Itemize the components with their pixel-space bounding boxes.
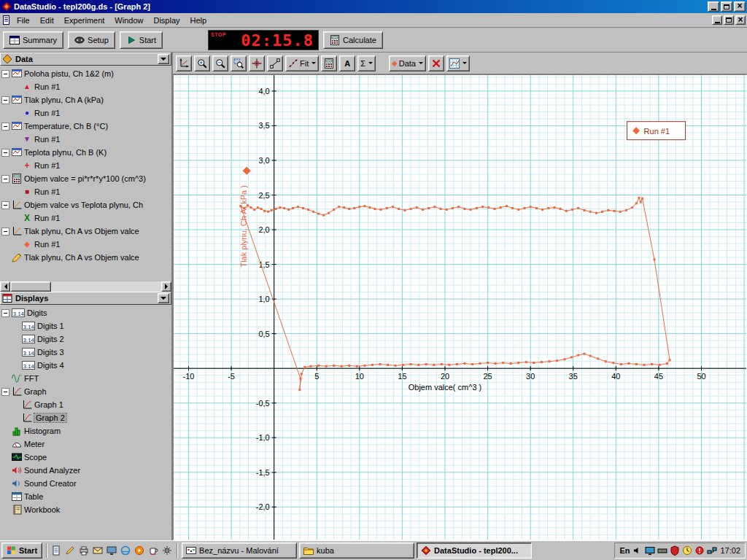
language-indicator[interactable]: En [619,546,630,555]
collapse-toggle[interactable] [1,149,9,157]
calculate-button[interactable]: Calculate [323,31,383,49]
zoom-select-button[interactable] [231,55,247,71]
collapse-toggle[interactable] [1,175,9,183]
zoom-out-button[interactable] [212,55,228,71]
media-player-icon[interactable] [134,545,145,556]
collapse-toggle[interactable] [1,228,9,236]
display-item-sound-analyzer[interactable]: Sound Analyzer [0,464,171,477]
data-select-button[interactable]: ◆Data [389,55,426,71]
chart[interactable]: -10-551015202530354045504,03,53,02,52,01… [174,75,746,540]
child-close-button[interactable]: × [735,15,746,25]
calculator-button[interactable] [321,55,337,71]
display-item-meter[interactable]: Meter [0,438,171,451]
text-annotation-button[interactable]: A [339,55,355,71]
notepad-icon[interactable] [51,545,62,556]
data-item[interactable]: Poloha pistu, Ch 1&2 (m) [0,67,171,80]
collapse-toggle[interactable] [1,70,9,78]
run-item[interactable]: XRun #1 [0,211,171,225]
delete-data-button[interactable] [428,55,444,71]
display-item-workbook[interactable]: Workbook [0,503,171,516]
menu-edit[interactable]: Edit [35,15,59,26]
display-item-scope[interactable]: Scope [0,451,171,464]
paint-icon[interactable] [65,545,76,556]
data-item[interactable]: Tlak plynu, Ch A vs Objem valce [0,225,171,238]
display-item-digits-4[interactable]: 3.14Digits 4 [0,359,171,372]
display-item-table[interactable]: Table [0,490,171,503]
menu-help[interactable]: Help [185,15,212,26]
start-button[interactable]: Start [1,542,42,559]
menu-window[interactable]: Window [109,15,148,26]
network-icon[interactable] [707,545,717,556]
antivirus-icon[interactable] [670,545,680,556]
minimize-button[interactable] [708,1,719,12]
setup-button[interactable]: Setup [68,31,115,49]
graph-area[interactable]: -10-551015202530354045504,03,53,02,52,01… [173,74,747,540]
collapse-toggle[interactable] [1,201,9,209]
data-item[interactable]: Objem valce vs Teplota plynu, Ch [0,198,171,211]
display-item-graph-2[interactable]: Graph 2 [0,411,171,424]
show-desktop-icon[interactable] [107,545,117,556]
run-item[interactable]: ▼Run #1 [0,133,171,146]
display-item-sound-creator[interactable]: Sound Creator [0,477,171,490]
menu-display[interactable]: Display [148,15,185,26]
run-item[interactable]: ▲Run #1 [0,80,171,93]
display-item-digits-3[interactable]: 3.14Digits 3 [0,346,171,359]
data-item[interactable]: Tlak plynu, Ch A (kPa) [0,93,171,106]
run-item[interactable]: ◆Run #1 [0,238,171,251]
scrollbar-track[interactable] [51,281,161,292]
start-button-toolbar[interactable]: Start [120,31,163,49]
alert-icon[interactable] [694,545,705,556]
settings-icon[interactable] [162,545,173,556]
run-item[interactable]: ■Run #1 [0,185,171,198]
taskbar-task-1[interactable]: Bez_názvu - Malování [182,542,297,559]
data-item[interactable]: Temperature, Ch B (°C) [0,120,171,133]
ie-icon[interactable] [120,545,131,556]
data-item[interactable]: Teplota plynu, Ch B (K) [0,146,171,159]
display-item-digits-1[interactable]: 3.14Digits 1 [0,319,171,332]
scroll-right-button[interactable] [161,281,171,292]
statistics-button[interactable]: Σ [357,55,376,71]
java-icon[interactable] [148,545,159,556]
scheduler-icon[interactable] [682,545,692,556]
data-item[interactable]: Tlak plynu, Ch A vs Objem valce [0,251,171,264]
modem-icon[interactable] [657,545,667,556]
child-restore-button[interactable] [724,15,734,25]
scroll-left-button[interactable] [0,281,10,292]
smart-tool-button[interactable] [249,55,265,71]
displays-menu-button[interactable] [158,293,169,303]
display-item-histogram[interactable]: Histogram [0,424,171,438]
taskbar-task-2[interactable]: kuba [299,542,414,559]
volume-icon[interactable] [632,545,643,556]
run-item[interactable]: ●Run #1 [0,106,171,120]
collapse-toggle[interactable] [1,388,9,396]
horizontal-scrollbar[interactable] [0,281,171,292]
display-item-digits[interactable]: 3.14Digits [0,306,171,319]
workbook-icon [12,505,22,515]
display-item-digits-2[interactable]: 3.14Digits 2 [0,332,171,346]
data-item[interactable]: Objem valce = pi*r*r*y*100 (cm^3) [0,172,171,185]
restore-button[interactable] [721,1,732,12]
summary-button[interactable]: Summary [3,31,63,49]
fit-button[interactable]: Fit [285,55,319,71]
menu-experiment[interactable]: Experiment [59,15,110,26]
collapse-toggle[interactable] [1,96,9,104]
taskbar-task-3[interactable]: DataStudio - tepl200... [417,542,532,559]
scale-to-fit-button[interactable] [176,55,192,71]
printer-icon[interactable] [79,545,90,556]
display-icon[interactable] [645,545,655,556]
menu-file[interactable]: File [12,15,35,26]
display-item-graph[interactable]: Graph [0,385,171,398]
mail-icon[interactable] [93,545,104,556]
zoom-in-button[interactable] [194,55,210,71]
child-minimize-button[interactable] [712,15,722,25]
collapse-toggle[interactable] [1,122,9,131]
slope-tool-button[interactable] [267,55,283,71]
display-item-graph-1[interactable]: Graph 1 [0,398,171,411]
close-button[interactable]: × [734,1,746,12]
graph-options-button[interactable] [446,55,470,71]
display-item-fft[interactable]: FFT [0,372,171,385]
run-item[interactable]: +Run #1 [0,159,171,172]
collapse-toggle[interactable] [1,309,9,317]
data-menu-button[interactable] [158,54,169,64]
scrollbar-thumb[interactable] [10,281,51,292]
